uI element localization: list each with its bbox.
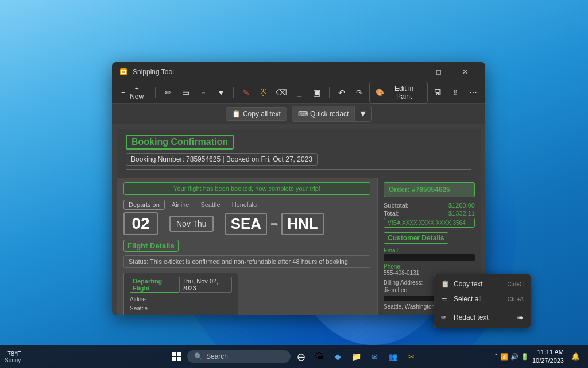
order-box: Order: #785954625 xyxy=(384,182,475,197)
flight-month-day: Nov Thu xyxy=(169,216,214,232)
weather-condition: Sunny xyxy=(5,357,21,363)
copy-all-text-label: Copy all text xyxy=(243,110,281,118)
city-label: Seattle xyxy=(200,201,220,208)
departing-airline: Airline xyxy=(130,295,232,304)
system-tray[interactable]: ˄ 📶 🔊 🔋 xyxy=(494,353,529,361)
taskbar-file-explorer[interactable]: 📁 xyxy=(348,348,364,365)
start-button[interactable] xyxy=(169,348,185,365)
destination-label: Honolulu xyxy=(232,201,257,208)
booking-main: Your flight has been booked, now complet… xyxy=(117,178,377,315)
departs-label: Departs on xyxy=(123,200,165,210)
eraser-tool[interactable]: ⌫ xyxy=(274,85,289,101)
select-all-menu-item[interactable]: ⚌ Select all Ctrl+A xyxy=(434,292,531,306)
more-button[interactable]: ⋯ xyxy=(465,85,481,101)
quick-redact-label: Quick redact xyxy=(310,110,349,118)
volume-icon: 🔊 xyxy=(510,353,519,361)
subtotal-row: Subtotal: $1200.00 xyxy=(384,202,475,209)
dest-code: HNL xyxy=(281,213,323,235)
weather-temp: 78°F xyxy=(7,350,21,357)
action-bar: 📋 Copy all text ⌨ Quick redact ▼ xyxy=(112,103,485,124)
time: 11:11 AM xyxy=(532,348,564,356)
notification-button[interactable]: 🔔 xyxy=(567,348,583,365)
taskview-button[interactable]: ⨁ xyxy=(293,348,309,365)
date: 10/27/2023 xyxy=(532,356,564,365)
departing-flight-header: Departing Flight Thu, Nov 02, 2023 xyxy=(130,277,232,293)
separator xyxy=(155,87,156,98)
crop-tool[interactable]: ▣ xyxy=(309,85,324,101)
route-arrow: ➡ xyxy=(270,218,278,229)
taskbar-mail[interactable]: ✉ xyxy=(366,348,382,365)
booking-number: Booking Number: 785954625 | Booked on Fr… xyxy=(126,153,318,166)
email-value-redacted xyxy=(384,254,475,261)
ruler-tool[interactable]: ⎯ xyxy=(292,85,307,101)
new-label: + New xyxy=(127,85,146,101)
search-box[interactable]: 🔍 Search xyxy=(187,350,291,363)
share-button[interactable]: ⇪ xyxy=(448,85,463,101)
total-row: Total: $1332.11 xyxy=(384,210,475,217)
paint-icon: 🎨 xyxy=(376,89,384,97)
departing-city: Seattle xyxy=(130,304,232,313)
titlebar: Snipping Tool – ◻ ✕ xyxy=(112,62,485,82)
taskbar-snipping[interactable]: ✂ xyxy=(403,348,419,365)
origin-code: SEA xyxy=(225,213,267,235)
flight-details-section: Flight Details Status: This e-ticket is … xyxy=(123,240,370,315)
taskbar-teams[interactable]: 👥 xyxy=(385,348,401,365)
quick-redact-dropdown[interactable]: ▼ xyxy=(354,106,371,121)
undo-button[interactable]: ↶ xyxy=(334,85,350,101)
battery-icon: 🔋 xyxy=(521,353,529,361)
email-label: Email: xyxy=(384,247,475,254)
svg-rect-2 xyxy=(122,71,125,73)
redact-icon: ⌨ xyxy=(298,110,308,118)
order-number: Order: #785954625 xyxy=(389,186,470,194)
edit-in-paint-button[interactable]: 🎨 Edit in Paint xyxy=(369,82,427,103)
separator2 xyxy=(233,87,234,98)
snip-mode-delay[interactable]: ▼ xyxy=(214,85,229,101)
taskbar-left: 78°F Sunny xyxy=(5,350,21,363)
redo-button[interactable]: ↷ xyxy=(352,85,368,101)
copy-text-menu-item[interactable]: 📋 Copy text Ctrl+C xyxy=(434,277,531,292)
new-icon: + xyxy=(121,89,125,97)
taskbar: 78°F Sunny 🔍 Search ⨁ 🌤 ◆ 📁 ✉ 👥 ✂ ˄ 📶 🔊 … xyxy=(0,345,588,368)
departs-row: Departs on Airline Seattle Honolulu xyxy=(123,200,370,210)
booking-title: Booking Confirmation xyxy=(126,135,234,150)
separator3 xyxy=(329,87,330,98)
copy-text-shortcut: Ctrl+C xyxy=(507,281,524,288)
weather-widget[interactable]: 78°F Sunny xyxy=(5,350,21,363)
svg-rect-4 xyxy=(177,352,181,356)
taskbar-edge[interactable]: ◆ xyxy=(330,348,346,365)
snip-mode-freeform[interactable]: ✏ xyxy=(160,85,176,101)
minimize-button[interactable]: – xyxy=(399,62,425,82)
snip-mode-window[interactable]: ▭ xyxy=(178,85,194,101)
save-button[interactable]: 🖫 xyxy=(430,85,446,101)
quick-redact-button[interactable]: ⌨ Quick redact xyxy=(292,106,354,121)
status-text: Status: This e-ticket is confirmed and n… xyxy=(123,255,370,268)
redact-text-menu-item[interactable]: ✏ Redact text ➠ xyxy=(434,309,531,325)
close-button[interactable]: ✕ xyxy=(452,62,478,82)
network-icon: 📶 xyxy=(500,353,508,361)
new-button[interactable]: + + New xyxy=(117,82,150,103)
highlighter-tool[interactable]: ⛣ xyxy=(256,85,272,101)
pen-tool[interactable]: ✎ xyxy=(238,85,254,101)
select-all-shortcut: Ctrl+A xyxy=(508,296,524,302)
window-title: Snipping Tool xyxy=(133,68,394,76)
clock[interactable]: 11:11 AM 10/27/2023 xyxy=(532,348,564,366)
window-controls: – ◻ ✕ xyxy=(399,62,478,82)
customer-details-title: Customer Details xyxy=(384,232,448,244)
total-value: $1332.11 xyxy=(448,210,475,217)
canvas-area: Booking Confirmation Booking Number: 785… xyxy=(112,124,485,315)
maximize-button[interactable]: ◻ xyxy=(425,62,452,82)
copy-icon: 📋 xyxy=(232,110,241,118)
snip-mode-rect[interactable]: ▫ xyxy=(196,85,211,101)
flight-date-row: 02 Nov Thu SEA ➡ HNL xyxy=(123,212,370,235)
snipping-tool-window: Snipping Tool – ◻ ✕ + + New ✏ ▭ ▫ ▼ ✎ ⛣ … xyxy=(112,62,485,315)
copy-all-text-button[interactable]: 📋 Copy all text xyxy=(226,107,287,121)
redact-text-label: Redact text xyxy=(454,313,489,321)
toolbar: + + New ✏ ▭ ▫ ▼ ✎ ⛣ ⌫ ⎯ ▣ ↶ ↷ 🎨 Edit in … xyxy=(112,82,485,103)
booking-header: Booking Confirmation Booking Number: 785… xyxy=(117,129,481,178)
edit-paint-label: Edit in Paint xyxy=(386,85,421,101)
redact-text-icon: ✏ xyxy=(441,313,449,321)
taskbar-center: 🔍 Search ⨁ 🌤 ◆ 📁 ✉ 👥 ✂ xyxy=(169,348,419,365)
taskbar-widgets[interactable]: 🌤 xyxy=(311,348,327,365)
flight-day: 02 xyxy=(123,212,158,235)
copy-text-label: Copy text xyxy=(454,280,483,288)
